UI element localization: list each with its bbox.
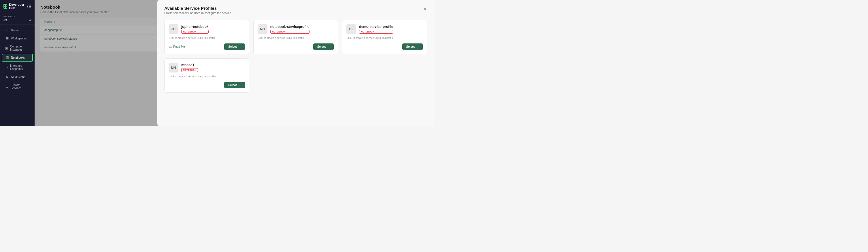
arrow-icon: → — [327, 45, 330, 48]
sidebar-item-compute-instances[interactable]: ▣ Compute Instances — [2, 43, 33, 53]
project-label: PROJECT — [3, 15, 31, 18]
select-button[interactable]: Select → — [402, 43, 423, 50]
card-header: JU jupiter-notebook NOTEBOOK — [168, 24, 245, 34]
arrow-icon: → — [238, 45, 241, 48]
sidebar-item-label: Inference Endpoints — [10, 64, 29, 70]
card-name: jupiter-notebook — [181, 25, 209, 29]
sidebar-item-notebooks[interactable]: 📓 Notebooks — [2, 54, 33, 62]
card-info: notebook-serviceprofile NOTEBOOK — [270, 25, 310, 34]
sidebar-item-label: AI/ML Jobs — [11, 75, 25, 78]
card-badge: NOTEBOOK — [181, 68, 198, 72]
compute-icon: ▣ — [5, 46, 8, 50]
main-content: Notebook Here is the list of Notebook se… — [35, 0, 434, 126]
card-avatar: DE — [346, 24, 356, 34]
sidebar-item-workspaces[interactable]: ⊞ Workspaces — [2, 35, 33, 42]
modal-subtitle: Profile selection will be used to config… — [164, 11, 232, 15]
modal-header: Available Service Profiles Profile selec… — [164, 6, 427, 15]
card-avatar: JU — [168, 24, 178, 34]
aiml-icon: ⚙ — [5, 75, 9, 79]
sidebar-header: Developer Hub — [0, 0, 35, 13]
modal-title-block: Available Service Profiles Profile selec… — [164, 6, 232, 15]
sidebar-item-custom-services[interactable]: ⊙ Custom Services — [2, 81, 33, 92]
sidebar-item-label: Custom Services — [10, 83, 29, 90]
inference-icon: 〰 — [5, 66, 8, 69]
card-header: MN mndsa1 NOTEBOOK — [168, 63, 245, 72]
sidebar-item-label: Compute Instances — [10, 45, 29, 51]
svg-rect-3 — [6, 7, 7, 8]
card-avatar: MN — [168, 63, 178, 72]
card-description: Click to create a service using this pro… — [346, 36, 423, 40]
card-name: demo-service-profile — [359, 25, 393, 29]
card-header: DE demo-service-profile NOTEBOOK — [346, 24, 423, 34]
arrow-icon: → — [416, 45, 419, 48]
home-icon: ⌂ — [5, 29, 9, 32]
custom-services-icon: ⊙ — [5, 85, 9, 88]
sidebar-item-inference-endpoints[interactable]: 〰 Inference Endpoints — [2, 62, 33, 72]
card-name: mndsa1 — [181, 63, 198, 67]
card-actions: 📖 Read Me Select → — [168, 43, 245, 50]
service-profiles-modal: Available Service Profiles Profile selec… — [157, 0, 434, 126]
close-button[interactable]: ✕ — [422, 6, 427, 12]
book-icon: 📖 — [168, 45, 172, 48]
card-info: jupiter-notebook NOTEBOOK — [181, 25, 209, 34]
arrow-icon: → — [238, 83, 241, 86]
workspaces-icon: ⊞ — [5, 37, 9, 40]
sidebar-item-label: Notebooks — [11, 56, 25, 59]
card-info: demo-service-profile NOTEBOOK — [359, 25, 393, 34]
card-badge: NOTEBOOK — [359, 30, 393, 34]
svg-rect-1 — [6, 5, 7, 6]
card-name: notebook-serviceprofile — [270, 25, 310, 29]
card-badge: NOTEBOOK — [181, 30, 209, 34]
sidebar-item-label: Home — [11, 29, 19, 32]
project-section: PROJECT a3 ⇄ — [0, 13, 35, 25]
card-actions: Select → — [346, 43, 423, 50]
sidebar-item-aiml-jobs[interactable]: ⚙ AI/ML Jobs — [2, 73, 33, 81]
card-header: NO notebook-serviceprofile NOTEBOOK — [258, 24, 334, 34]
swap-icon: ⇄ — [29, 19, 31, 22]
cards-grid: JU jupiter-notebook NOTEBOOK Click to cr… — [164, 20, 427, 93]
grid-icon[interactable] — [27, 5, 31, 8]
card-actions: Select → — [258, 43, 334, 50]
select-button[interactable]: Select → — [224, 82, 245, 88]
card-description: Click to create a service using this pro… — [168, 36, 245, 40]
read-me-button[interactable]: 📖 Read Me — [168, 45, 185, 48]
sidebar: Developer Hub PROJECT a3 ⇄ ⌂ Home ⊞ Work… — [0, 0, 35, 126]
sidebar-item-label: Workspaces — [11, 37, 27, 40]
select-button[interactable]: Select → — [224, 43, 245, 50]
nav-menu: ⌂ Home ⊞ Workspaces ▣ Compute Instances … — [0, 25, 35, 126]
select-button[interactable]: Select → — [313, 43, 334, 50]
project-name[interactable]: a3 ⇄ — [3, 19, 31, 22]
service-card-jupiter-notebook: JU jupiter-notebook NOTEBOOK Click to cr… — [164, 20, 249, 55]
app-logo — [3, 4, 7, 9]
card-actions: Select → — [168, 82, 245, 88]
service-card-notebook-serviceprofile: NO notebook-serviceprofile NOTEBOOK Clic… — [253, 20, 338, 55]
notebooks-icon: 📓 — [5, 56, 9, 60]
service-card-demo-service-profile: DE demo-service-profile NOTEBOOK Click t… — [342, 20, 427, 55]
card-description: Click to create a service using this pro… — [168, 75, 245, 78]
card-description: Click to create a service using this pro… — [258, 36, 334, 40]
svg-rect-0 — [4, 5, 5, 6]
modal-title: Available Service Profiles — [164, 6, 232, 11]
app-name: Developer Hub — [9, 3, 26, 10]
sidebar-item-home[interactable]: ⌂ Home — [2, 27, 33, 34]
card-info: mndsa1 NOTEBOOK — [181, 63, 198, 72]
svg-rect-2 — [4, 7, 5, 8]
service-card-mndsa1: MN mndsa1 NOTEBOOK Click to create a ser… — [164, 59, 249, 93]
card-badge: NOTEBOOK — [270, 30, 310, 34]
card-avatar: NO — [258, 24, 268, 34]
